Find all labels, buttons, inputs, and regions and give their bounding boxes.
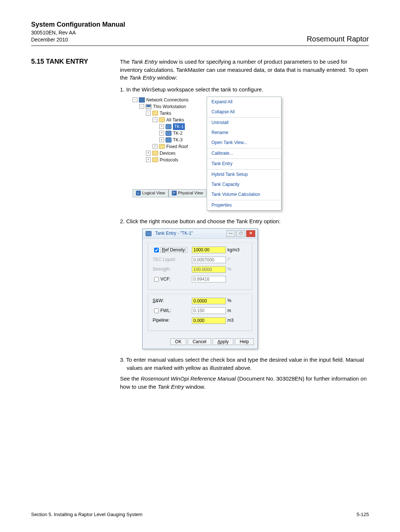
tree-tk3[interactable]: TK-3 <box>173 137 183 143</box>
fwl-checkbox[interactable] <box>154 308 159 313</box>
vcf-input[interactable] <box>192 276 226 282</box>
vcf-label[interactable]: VCF: <box>153 276 190 283</box>
close-button[interactable]: ✕ <box>246 230 255 237</box>
sw-input[interactable] <box>192 298 226 304</box>
doc-id: 300510EN, Rev AA <box>31 29 125 36</box>
step-2: 2. Click the right mouse button and choo… <box>127 217 369 225</box>
tree-devices[interactable]: Devices <box>160 150 176 157</box>
group-bottom: S&W: S&W: % FWL: m Pipeline: <box>148 294 252 331</box>
tab-logical-view[interactable]: LLogical View <box>133 189 169 197</box>
manual-title: System Configuration Manual <box>31 21 125 29</box>
page-header: System Configuration Manual 300510EN, Re… <box>31 21 369 46</box>
vcf-checkbox[interactable] <box>154 277 159 282</box>
footer-page-number: 5-125 <box>357 512 369 517</box>
brand: Rosemount Raptor <box>307 35 369 43</box>
page-footer: Section 5. Installing a Raptor Level Gau… <box>31 512 369 517</box>
fwl-input[interactable] <box>192 307 226 314</box>
pipeline-label: Pipeline: <box>153 317 190 324</box>
expand-icon[interactable]: + <box>159 131 164 135</box>
tree-root[interactable]: Network Connections <box>146 97 189 103</box>
ctx-tank-capacity[interactable]: Tank Capacity <box>207 180 281 190</box>
help-button[interactable]: Help <box>235 338 254 345</box>
pipeline-unit: m3 <box>227 317 242 324</box>
figure-tree-context: −Network Connections −This Workstation −… <box>133 97 369 211</box>
tree-panel[interactable]: −Network Connections −This Workstation −… <box>133 97 207 211</box>
tree-protocols[interactable]: Protocols <box>160 157 178 163</box>
folder-icon <box>152 151 158 155</box>
ctx-tank-volume-calculation[interactable]: Tank Volume Calculation <box>207 190 281 200</box>
dialog-title-text: Tank Entry - "TK-1" <box>155 230 193 237</box>
tree-workstation[interactable]: This Workstation <box>153 103 186 110</box>
minimize-button[interactable]: — <box>226 230 235 237</box>
tec-label: TEC Liquid: <box>153 257 190 263</box>
ctx-calibrate[interactable]: Calibrate... <box>207 148 281 158</box>
figure-tank-entry-dialog: Tank Entry - "TK-1" — ▢ ✕ RRef Density:e… <box>142 228 258 349</box>
closing-paragraph: See the Rosemount WinOpi Reference Manua… <box>120 375 369 391</box>
strength-unit: % <box>227 266 242 272</box>
maximize-button[interactable]: ▢ <box>236 230 245 237</box>
fwl-label[interactable]: FWL: <box>153 307 190 314</box>
step-1: 1. In the WinSetup workspace select the … <box>127 86 369 94</box>
tank-icon <box>166 124 171 129</box>
tab-physical-view[interactable]: PPhysical View <box>169 189 207 197</box>
network-icon <box>139 97 145 103</box>
step-3: 3. To enter manual values select the che… <box>127 356 369 372</box>
pipeline-input[interactable] <box>192 317 226 324</box>
collapse-icon[interactable]: − <box>153 117 157 122</box>
logical-badge-icon: L <box>136 191 141 195</box>
group-top: RRef Density:ef Density: kg/m3 TEC Liqui… <box>148 242 252 290</box>
folder-icon <box>159 144 165 149</box>
collapse-icon[interactable]: − <box>139 104 144 109</box>
ctx-open-tank-view[interactable]: Open Tank View... <box>207 138 281 148</box>
apply-button[interactable]: Apply <box>213 338 233 345</box>
strength-input <box>192 266 226 273</box>
expand-icon[interactable]: + <box>159 137 164 142</box>
expand-icon[interactable]: + <box>159 124 164 129</box>
ok-button[interactable]: OK <box>170 338 186 345</box>
refdensity-unit: kg/m3 <box>227 247 242 253</box>
ctx-expand-all[interactable]: Expand All <box>207 97 281 107</box>
tank-icon <box>146 231 151 236</box>
tank-icon <box>166 131 171 136</box>
fwl-unit: m <box>227 308 242 314</box>
refdensity-input[interactable] <box>192 247 226 253</box>
ctx-tank-entry[interactable]: Tank Entry <box>207 159 281 169</box>
ctx-properties[interactable]: Properties <box>207 200 281 210</box>
sw-label: S&W: <box>153 298 190 304</box>
folder-icon <box>152 111 158 116</box>
tree-alltanks[interactable]: All Tanks <box>166 117 184 123</box>
ctx-uninstall[interactable]: Uninstall <box>207 118 281 128</box>
expand-icon[interactable]: + <box>146 151 151 155</box>
ctx-rename[interactable]: Rename <box>207 128 281 138</box>
context-menu: Expand All Collapse All Uninstall Rename… <box>207 97 281 211</box>
expand-icon[interactable]: + <box>153 144 157 149</box>
collapse-icon[interactable]: − <box>133 97 137 102</box>
sw-unit: % <box>227 298 242 304</box>
ctx-hybrid-tank-setup[interactable]: Hybrid Tank Setup <box>207 170 281 180</box>
workstation-icon <box>146 104 151 109</box>
folder-icon <box>152 157 158 162</box>
ctx-collapse-all[interactable]: Collapse All <box>207 107 281 117</box>
footer-section: Section 5. Installing a Raptor Level Gau… <box>31 512 143 517</box>
expand-icon[interactable]: + <box>146 157 151 162</box>
strength-label: Strength: <box>153 266 190 272</box>
tec-input <box>192 257 226 263</box>
folder-icon <box>159 117 165 122</box>
physical-badge-icon: P <box>172 191 177 195</box>
refdensity-label[interactable]: RRef Density:ef Density: <box>153 247 190 254</box>
intro-paragraph: The Tank Entry window is used for specif… <box>120 58 369 82</box>
tree-tanks[interactable]: Tanks <box>160 110 171 117</box>
tree-tk1-selected[interactable]: TK-1 <box>173 123 185 130</box>
cancel-button[interactable]: Cancel <box>188 338 211 345</box>
section-heading: 5.15 TANK ENTRY <box>31 58 113 395</box>
tree-fixedroof[interactable]: Fixed Roof <box>166 143 188 150</box>
tank-icon <box>166 137 171 143</box>
dialog-titlebar[interactable]: Tank Entry - "TK-1" — ▢ ✕ <box>143 229 257 239</box>
tree-tk2[interactable]: TK-2 <box>173 130 183 137</box>
refdensity-checkbox[interactable] <box>154 248 159 252</box>
doc-date: December 2010 <box>31 36 125 43</box>
collapse-icon[interactable]: − <box>146 111 151 116</box>
tec-unit: /° <box>227 257 242 263</box>
